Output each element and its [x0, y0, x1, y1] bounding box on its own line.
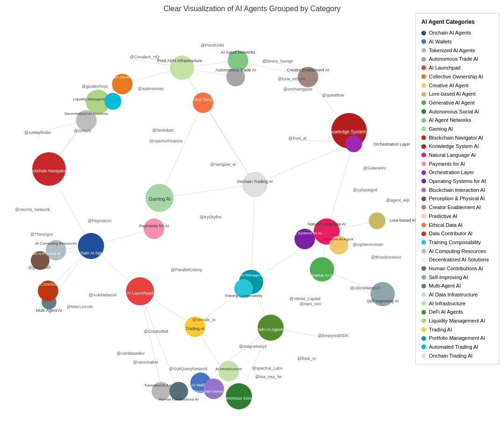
svg-text:AI Computing Resources: AI Computing Resources: [35, 241, 77, 246]
svg-text:@SubQueryNetwork: @SubQueryNetwork: [169, 366, 208, 371]
svg-text:@PeymanAI: @PeymanAI: [88, 218, 112, 223]
legend-label: Collective Ownership AI: [429, 72, 483, 81]
legend-label: Data Contributor AI: [429, 229, 473, 238]
svg-text:AI Infrastructure: AI Infrastructure: [216, 367, 242, 371]
legend-dot: [421, 74, 426, 79]
legend-label: Decentralized AI Solutions: [429, 255, 489, 264]
svg-text:@zottaAI: @zottaAI: [74, 128, 91, 133]
legend-item: Data Contributor AI: [421, 229, 493, 238]
legend-item: Human Contributions AI: [421, 264, 493, 273]
legend-dot: [421, 135, 426, 140]
legend-item: Trading AI: [421, 325, 493, 334]
svg-text:@navigate_ai: @navigate_ai: [210, 162, 236, 167]
legend-label: Orchestration Layer: [429, 168, 474, 177]
legend-dot: [421, 205, 426, 210]
legend-label: Payments for AI: [429, 160, 465, 169]
legend-label: Creative AI Agent: [429, 81, 469, 90]
legend-dot: [421, 345, 426, 349]
svg-text:DeFi AI Agents: DeFi AI Agents: [257, 327, 285, 332]
legend-label: AI Agent Networks: [429, 116, 471, 125]
svg-text:Trading AI: Trading AI: [186, 326, 205, 331]
legend-item: Automated Trading AI: [421, 343, 493, 352]
svg-text:@PondGNN: @PondGNN: [201, 43, 224, 48]
chart-title: Clear Visualization of AI Agents Grouped…: [163, 5, 340, 13]
svg-text:Gaming AI: Gaming AI: [149, 197, 171, 202]
legend-label: AI Launchpad: [429, 63, 461, 72]
legend-dot: [421, 232, 426, 236]
legend-item: Blockchain Navigator AI: [421, 134, 493, 142]
legend-label: AI Wallets: [429, 37, 452, 46]
svg-text:Pred.AI/AI Infrastructure: Pred.AI/AI Infrastructure: [157, 58, 203, 63]
legend-item: Onchain Trading AI: [421, 352, 493, 360]
legend-item: AI Computing Resources: [421, 247, 493, 256]
svg-text:@magnetaixyz: @magnetaixyz: [239, 344, 267, 349]
svg-line-54: [251, 184, 255, 282]
legend-label: Predictive AI: [429, 212, 457, 221]
svg-text:@rainnmaker: @rainnmaker: [133, 360, 158, 365]
legend-label: Autonomous Social AI: [429, 107, 479, 116]
legend-item: Portfolio Management AI: [421, 334, 493, 343]
svg-text:@BrianknowsAI: @BrianknowsAI: [371, 255, 401, 260]
legend-label: Blockchain Interaction AI: [429, 186, 485, 195]
svg-line-12: [327, 142, 354, 232]
svg-text:Blockchain Navigator AI: Blockchain Navigator AI: [27, 169, 71, 173]
legend-dot: [421, 48, 426, 53]
legend-label: Human Contributions AI: [429, 264, 483, 273]
svg-line-23: [160, 103, 203, 198]
legend-dot: [421, 292, 426, 297]
svg-text:@questflow: @questflow: [322, 93, 344, 98]
legend-item: Orchestration Layer: [421, 168, 493, 177]
svg-line-9: [255, 142, 354, 184]
legend-item: Multi-Agent AI: [421, 281, 493, 290]
svg-text:Data Contributor AI: Data Contributor AI: [30, 282, 66, 287]
svg-text:Collective Ownership AI: Collective Ownership AI: [103, 75, 142, 79]
legend-label: DeFi AI Agents: [429, 308, 463, 316]
svg-text:@gizatechxyz: @gizatechxyz: [82, 84, 108, 89]
node-generative-ai: [310, 257, 334, 281]
legend-label: Multi-Agent AI: [429, 281, 461, 290]
legend-item: Liquidity Management AI: [421, 316, 493, 325]
legend-dot: [421, 31, 426, 35]
svg-text:@luna_virtuals: @luna_virtuals: [278, 77, 306, 81]
legend-item: AI Wallets: [421, 37, 493, 46]
legend-dot: [421, 83, 426, 88]
legend-item: Autonomous Social AI: [421, 107, 493, 116]
node-payments: [144, 218, 164, 239]
legend-label: Creator Enablement AI: [429, 203, 481, 212]
svg-text:@Atomis_Network: @Atomis_Network: [15, 207, 50, 212]
svg-text:Operating Systems for AI: Operating Systems for AI: [280, 231, 322, 235]
svg-text:@TheorigAI: @TheorigAI: [30, 232, 53, 237]
legend-item: DeFi AI Agents: [421, 308, 493, 316]
legend-item: AI Infrastructure: [421, 299, 493, 308]
svg-text:@MarrLincoln: @MarrLincoln: [67, 304, 93, 309]
svg-text:@EmpyrealSDK: @EmpyrealSDK: [318, 333, 349, 338]
svg-text:@spectral_Labs: @spectral_Labs: [252, 366, 283, 371]
svg-text:Human Contributions AI: Human Contributions AI: [159, 397, 199, 401]
svg-text:@autonomias: @autonomias: [138, 86, 164, 91]
legend-item: Decentralized AI Solutions: [421, 255, 493, 264]
legend-label: Onchain AI Agents: [429, 28, 471, 37]
legend-dot: [421, 318, 426, 323]
svg-text:@CreatorBid: @CreatorBid: [144, 329, 168, 334]
legend-label: Ethical Data AI: [429, 221, 462, 230]
svg-text:AI Agent Networks: AI Agent Networks: [221, 50, 256, 55]
legend-item: Ethical Data AI: [421, 221, 493, 230]
svg-text:@AiWayfinder: @AiWayfinder: [24, 130, 51, 135]
svg-text:@henlokart: @henlokart: [152, 128, 174, 133]
legend-item: Creative AI Agent: [421, 81, 493, 90]
svg-text:@toa_nea_he: @toa_nea_he: [255, 374, 282, 379]
legend-item: Creator Enablement AI: [421, 203, 493, 212]
svg-text:@agent_wip: @agent_wip: [386, 198, 409, 203]
svg-text:@trySkyfire: @trySkyfire: [200, 215, 222, 219]
svg-line-22: [160, 184, 255, 198]
legend-label: Lore-based AI Agent: [429, 90, 476, 98]
node-ethical-data: [193, 92, 213, 113]
legend-dot: [421, 275, 426, 280]
svg-text:@cybasegod: @cybasegod: [353, 188, 378, 192]
legend-label: AI Computing Resources: [429, 247, 486, 256]
legend-item: Payments for AI: [421, 160, 493, 169]
node-automated-trading: [105, 93, 121, 110]
legend-label: Autonomous Trade AI: [429, 55, 478, 63]
svg-text:@cipheronchain: @cipheronchain: [353, 242, 383, 247]
legend-label: Automated Trading AI: [429, 343, 478, 352]
